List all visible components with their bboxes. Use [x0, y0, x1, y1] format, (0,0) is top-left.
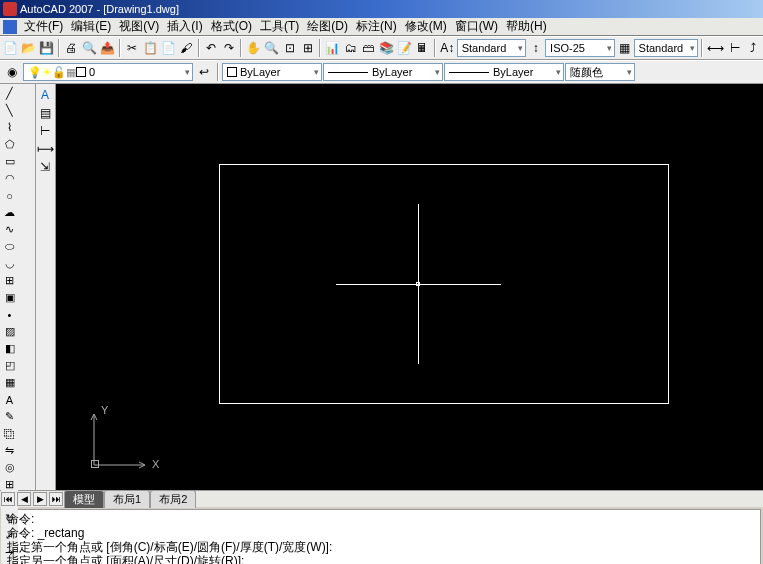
new-icon[interactable]: 📄	[2, 38, 19, 58]
linetype-combo[interactable]: ByLayer	[323, 63, 443, 81]
zoom-realtime-icon[interactable]: 🔍	[263, 38, 280, 58]
dcenter-icon[interactable]: 🗂	[342, 38, 359, 58]
dim-qdim-icon[interactable]: ⤴	[744, 38, 761, 58]
qcalc-icon[interactable]: 🖩	[414, 38, 431, 58]
copy-icon[interactable]: 📋	[142, 38, 159, 58]
open-icon[interactable]: 📂	[20, 38, 37, 58]
title-bar: AutoCAD 2007 - [Drawing1.dwg]	[0, 0, 763, 18]
dim-linear-icon[interactable]: ⟷	[706, 38, 725, 58]
line-icon[interactable]: ╱	[1, 85, 18, 102]
tab-first-icon[interactable]: ⏮	[1, 492, 15, 506]
dtext-icon[interactable]: A	[36, 86, 54, 104]
matchprops-icon[interactable]: 🖌	[178, 38, 195, 58]
menu-format[interactable]: 格式(O)	[207, 17, 256, 36]
zoom-window-icon[interactable]: ⊡	[281, 38, 298, 58]
xline-icon[interactable]: ╲	[1, 102, 18, 119]
polygon-icon[interactable]: ⬠	[1, 136, 18, 153]
cut-icon[interactable]: ✂	[124, 38, 141, 58]
undo-icon[interactable]: ↶	[203, 38, 220, 58]
menu-window[interactable]: 窗口(W)	[451, 17, 502, 36]
dim-attach-icon[interactable]: ⊢	[36, 122, 54, 140]
menu-dim[interactable]: 标注(N)	[352, 17, 401, 36]
document-icon[interactable]	[3, 20, 17, 34]
menu-edit[interactable]: 编辑(E)	[67, 17, 115, 36]
markup-icon[interactable]: 📝	[396, 38, 413, 58]
tab-prev-icon[interactable]: ◀	[17, 492, 31, 506]
mtext-icon[interactable]: A	[1, 391, 18, 408]
menu-file[interactable]: 文件(F)	[20, 17, 67, 36]
menu-view[interactable]: 视图(V)	[115, 17, 163, 36]
hatch2-icon[interactable]: ▤	[36, 104, 54, 122]
table-icon[interactable]: ▦	[1, 374, 18, 391]
tab-layout2[interactable]: 布局2	[150, 490, 196, 508]
menu-draw[interactable]: 绘图(D)	[303, 17, 352, 36]
save-icon[interactable]: 💾	[38, 38, 55, 58]
menu-insert[interactable]: 插入(I)	[163, 17, 206, 36]
menu-bar: 文件(F) 编辑(E) 视图(V) 插入(I) 格式(O) 工具(T) 绘图(D…	[0, 18, 763, 36]
pline-icon[interactable]: ⌇	[1, 119, 18, 136]
tab-model[interactable]: 模型	[64, 490, 104, 508]
region-icon[interactable]: ◰	[1, 357, 18, 374]
revcloud-icon[interactable]: ☁	[1, 204, 18, 221]
layer-prev-icon[interactable]: ↩	[194, 62, 214, 82]
paste-icon[interactable]: 📄	[160, 38, 177, 58]
ellipse-icon[interactable]: ⬭	[1, 238, 18, 255]
zoom-previous-icon[interactable]: ⊞	[299, 38, 316, 58]
plotstyle-combo[interactable]: 随颜色	[565, 63, 635, 81]
layer-combo[interactable]: 💡☀🔓▦ 0	[23, 63, 193, 81]
crosshair-pickbox	[416, 282, 420, 286]
circle-icon[interactable]: ○	[1, 187, 18, 204]
pan-icon[interactable]: ✋	[245, 38, 262, 58]
properties-icon[interactable]: 📊	[324, 38, 341, 58]
mirror-icon[interactable]: ⇋	[1, 442, 18, 459]
copy-obj-icon[interactable]: ⿻	[1, 425, 18, 442]
command-history: 命令: 命令: _rectang 指定第一个角点或 [倒角(C)/标高(E)/圆…	[2, 509, 761, 564]
dimstyle-icon[interactable]: ↕	[527, 38, 544, 58]
drawing-area[interactable]: Y X	[56, 84, 763, 490]
tablestyle-icon[interactable]: ▦	[616, 38, 633, 58]
offset-icon[interactable]: ◎	[1, 459, 18, 476]
menu-modify[interactable]: 修改(M)	[401, 17, 451, 36]
color-combo[interactable]: ByLayer	[222, 63, 322, 81]
dim-style-combo[interactable]: ISO-25	[545, 39, 615, 57]
textstyle-icon[interactable]: A↕	[439, 38, 456, 58]
dim-style-value: ISO-25	[550, 42, 585, 54]
erase-icon[interactable]: ✎	[1, 408, 18, 425]
rectangle-icon[interactable]: ▭	[1, 153, 18, 170]
text-style-combo[interactable]: Standard	[457, 39, 527, 57]
tab-next-icon[interactable]: ▶	[33, 492, 47, 506]
hatch-icon[interactable]: ▨	[1, 323, 18, 340]
arc-icon[interactable]: ◠	[1, 170, 18, 187]
plot-icon[interactable]: 🖨	[63, 38, 80, 58]
block-icon[interactable]: ▣	[1, 289, 18, 306]
spline-icon[interactable]: ∿	[1, 221, 18, 238]
gradient-icon[interactable]: ◧	[1, 340, 18, 357]
table-style-combo[interactable]: Standard	[634, 39, 699, 57]
layermgr-icon[interactable]: ◉	[2, 62, 22, 82]
preview-icon[interactable]: 🔍	[81, 38, 98, 58]
publish-icon[interactable]: 📤	[99, 38, 116, 58]
styles-toolbar: A ▤ ⊢ ⟼ ⇲	[36, 84, 56, 490]
ellipsearc-icon[interactable]: ◡	[1, 255, 18, 272]
app-icon	[3, 2, 17, 16]
dim-style-edit-icon[interactable]: ⇲	[36, 158, 54, 176]
ssm-icon[interactable]: 📚	[378, 38, 395, 58]
redo-icon[interactable]: ↷	[221, 38, 238, 58]
draw-toolbar: ╱ ╲ ⌇ ⬠ ▭ ◠ ○ ☁ ∿ ⬭ ◡ ⊞ ▣ • ▨ ◧ ◰ ▦ A ✎ …	[0, 84, 36, 490]
menu-help[interactable]: 帮助(H)	[502, 17, 551, 36]
toolpalettes-icon[interactable]: 🗃	[360, 38, 377, 58]
layout-tab-bar: ⏮ ◀ ▶ ⏭ 模型 布局1 布局2	[0, 490, 763, 507]
array-icon[interactable]: ⊞	[1, 476, 18, 493]
insert-icon[interactable]: ⊞	[1, 272, 18, 289]
linetype-value: ByLayer	[372, 66, 412, 78]
plotstyle-value: 随颜色	[570, 65, 603, 80]
dim-continue-icon[interactable]: ⊢	[726, 38, 743, 58]
table-style-value: Standard	[639, 42, 684, 54]
point-icon[interactable]: •	[1, 306, 18, 323]
menu-tools[interactable]: 工具(T)	[256, 17, 303, 36]
lineweight-combo[interactable]: ByLayer	[444, 63, 564, 81]
tab-last-icon[interactable]: ⏭	[49, 492, 63, 506]
title-text: AutoCAD 2007 - [Drawing1.dwg]	[20, 3, 179, 15]
dim-reassoc-icon[interactable]: ⟼	[36, 140, 54, 158]
tab-layout1[interactable]: 布局1	[104, 490, 150, 508]
